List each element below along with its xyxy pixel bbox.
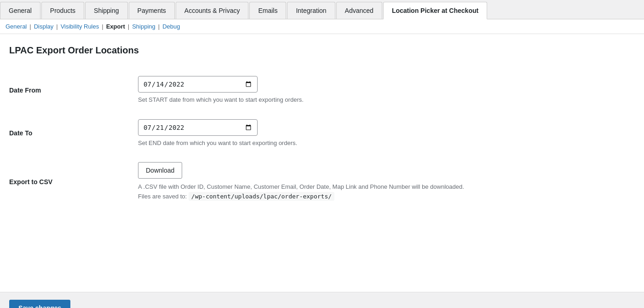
subnav-separator-4: | (128, 23, 129, 30)
tab-shipping[interactable]: Shipping (85, 2, 128, 19)
page-title: LPAC Export Order Locations (9, 45, 635, 56)
subnav-export-current: Export (106, 23, 125, 30)
subnav-separator-3: | (102, 23, 103, 30)
main-content: LPAC Export Order Locations Date From Se… (0, 34, 644, 292)
date-to-label: Date To (9, 129, 32, 137)
date-from-description: Set START date from which you want to st… (138, 95, 635, 105)
csv-description-line2-prefix: Files are saved to: (138, 193, 189, 200)
tab-advanced[interactable]: Advanced (336, 2, 382, 19)
tab-integration[interactable]: Integration (287, 2, 335, 19)
subnav-shipping[interactable]: Shipping (132, 23, 155, 30)
subnav-separator-1: | (29, 23, 31, 30)
date-to-description: Set END date from which you want to star… (138, 139, 635, 148)
save-changes-button[interactable]: Save changes (9, 300, 70, 308)
export-csv-row: Export to CSV Download A .CSV file with … (9, 155, 635, 209)
tab-general[interactable]: General (0, 2, 40, 19)
tab-products[interactable]: Products (41, 2, 84, 19)
subnav-debug[interactable]: Debug (162, 23, 180, 30)
tab-accounts-privacy[interactable]: Accounts & Privacy (176, 2, 249, 19)
date-to-input[interactable] (138, 119, 258, 136)
subnav-separator-2: | (56, 23, 58, 30)
csv-path: /wp-content/uploads/lpac/order-exports/ (189, 192, 334, 201)
date-from-row: Date From Set START date from which you … (9, 69, 635, 112)
subnav-separator-5: | (158, 23, 160, 30)
csv-description: A .CSV file with Order ID, Customer Name… (138, 182, 552, 202)
tab-location-picker[interactable]: Location Picker at Checkout (383, 2, 487, 19)
sub-nav: General | Display | Visibility Rules | E… (0, 19, 644, 34)
csv-description-line1: A .CSV file with Order ID, Customer Name… (138, 183, 464, 190)
subnav-visibility-rules[interactable]: Visibility Rules (61, 23, 99, 30)
date-to-row: Date To Set END date from which you want… (9, 112, 635, 155)
subnav-display[interactable]: Display (34, 23, 54, 30)
tab-payments[interactable]: Payments (129, 2, 175, 19)
export-csv-label: Export to CSV (9, 178, 52, 186)
date-from-label: Date From (9, 87, 41, 94)
subnav-general[interactable]: General (6, 23, 27, 30)
form-table: Date From Set START date from which you … (9, 69, 635, 209)
download-button[interactable]: Download (138, 162, 182, 179)
tab-emails[interactable]: Emails (249, 2, 286, 19)
date-from-input[interactable] (138, 76, 258, 93)
tab-bar: General Products Shipping Payments Accou… (0, 0, 644, 19)
form-footer: Save changes (0, 292, 644, 308)
